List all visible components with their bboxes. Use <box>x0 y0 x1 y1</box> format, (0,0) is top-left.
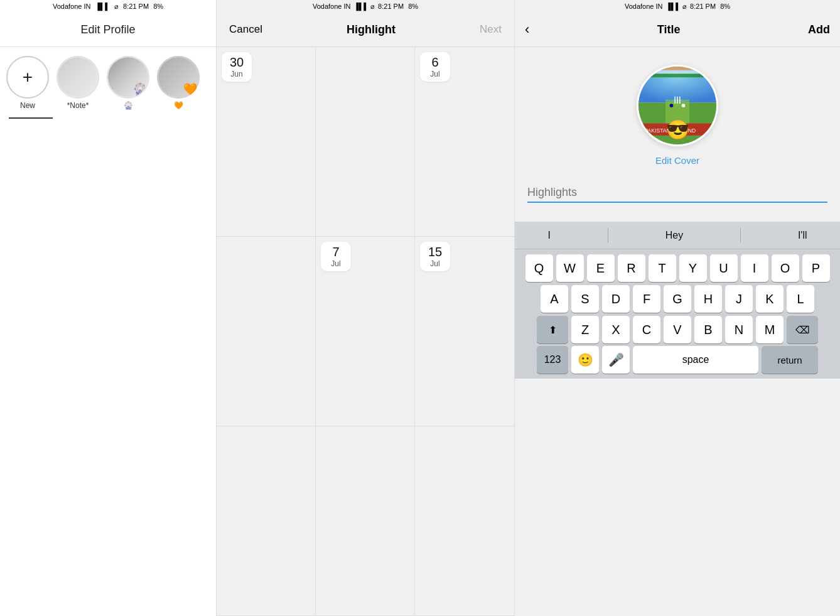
highlight-title: Highlight <box>347 23 396 36</box>
story-circle-note[interactable] <box>57 56 99 99</box>
battery-mid: 8% <box>408 3 418 10</box>
date-badge-jul15[interactable]: 15 Jul <box>420 242 450 271</box>
date-month-jul6: Jul <box>430 70 439 78</box>
cal-cell-2-1 <box>316 426 415 616</box>
key-h[interactable]: H <box>694 285 722 313</box>
key-s[interactable]: S <box>571 285 599 313</box>
key-f[interactable]: F <box>633 285 660 313</box>
add-button[interactable]: Add <box>808 23 830 36</box>
cal-cell-0-1 <box>316 47 415 237</box>
svg-rect-6 <box>638 67 716 70</box>
cover-section: PAKISTAN IND 😎 Edit Cover <box>515 47 840 175</box>
story-label-note: *Note* <box>67 101 89 110</box>
key-o[interactable]: O <box>772 254 799 282</box>
key-k[interactable]: K <box>756 285 783 313</box>
key-m[interactable]: M <box>756 316 783 343</box>
suggestion-sep-1 <box>608 228 608 243</box>
key-t[interactable]: T <box>649 254 676 282</box>
story-item-new[interactable]: + New <box>5 56 50 110</box>
suggestion-hey[interactable]: Hey <box>657 230 692 241</box>
key-space[interactable]: space <box>633 346 758 374</box>
key-r[interactable]: R <box>618 254 645 282</box>
date-badge-jun30[interactable]: 30 Jun <box>222 52 252 82</box>
key-shift[interactable]: ⬆ <box>537 316 568 343</box>
wifi-icon: ⌀ <box>114 3 119 11</box>
key-row-1: Q W E R T Y U I O P <box>517 254 837 282</box>
cover-circle[interactable]: PAKISTAN IND 😎 <box>637 65 718 146</box>
cal-cell-1-2[interactable]: 15 Jul <box>415 237 514 426</box>
svg-rect-7 <box>638 70 716 74</box>
highlights-input[interactable] <box>527 186 827 199</box>
key-u[interactable]: U <box>710 254 738 282</box>
key-a[interactable]: A <box>541 285 568 313</box>
time-right: 8:21 PM <box>690 3 716 10</box>
keyboard-area: I Hey I'll Q W E R T Y U I O P A <box>515 222 840 379</box>
key-b[interactable]: B <box>694 316 722 343</box>
highlight-header: Cancel Highlight Next <box>217 13 514 47</box>
svg-point-9 <box>670 104 674 107</box>
key-d[interactable]: D <box>602 285 630 313</box>
cal-cell-1-1[interactable]: 7 Jul <box>316 237 415 426</box>
key-p[interactable]: P <box>802 254 830 282</box>
key-emoji[interactable]: 🙂 <box>571 346 599 374</box>
cal-cell-0-0[interactable]: 30 Jun <box>217 47 316 237</box>
key-row-2: A S D F G H J K L <box>517 285 837 313</box>
key-j[interactable]: J <box>725 285 753 313</box>
key-n[interactable]: N <box>725 316 753 343</box>
story-circle-emoji1[interactable]: 🎡 <box>107 56 149 99</box>
key-i[interactable]: I <box>741 254 768 282</box>
carrier-right: Vodafone IN <box>625 3 663 10</box>
back-button[interactable]: ‹ <box>525 21 529 38</box>
edit-cover-button[interactable]: Edit Cover <box>655 155 699 166</box>
plus-icon: + <box>23 67 33 87</box>
story-item-emoji1[interactable]: 🎡 🎡 <box>105 56 151 110</box>
statusbar-left: Vodafone IN ▐▌▌ ⌀ 8:21 PM 8% <box>0 0 216 13</box>
key-q[interactable]: Q <box>525 254 553 282</box>
key-g[interactable]: G <box>664 285 691 313</box>
story-label-heart: 🧡 <box>174 101 183 110</box>
suggestion-sep-2 <box>740 228 741 243</box>
key-e[interactable]: E <box>587 254 615 282</box>
key-backspace[interactable]: ⌫ <box>787 316 818 343</box>
statusbar-right: Vodafone IN ▐▌▌ ⌀ 8:21 PM 8% <box>515 0 840 13</box>
suggestion-ill[interactable]: I'll <box>789 230 816 241</box>
suggestion-i[interactable]: I <box>539 230 559 241</box>
next-button[interactable]: Next <box>480 23 502 36</box>
key-c[interactable]: C <box>633 316 660 343</box>
key-return[interactable]: return <box>762 346 818 374</box>
cal-cell-0-2[interactable]: 6 Jul <box>415 47 514 237</box>
key-y[interactable]: Y <box>679 254 707 282</box>
key-z[interactable]: Z <box>571 316 599 343</box>
cancel-button[interactable]: Cancel <box>229 23 262 36</box>
key-l[interactable]: L <box>787 285 814 313</box>
key-x[interactable]: X <box>602 316 630 343</box>
key-v[interactable]: V <box>664 316 691 343</box>
emoji-overlay-1: 🎡 <box>133 82 147 96</box>
keyboard-rows: Q W E R T Y U I O P A S D F G H J K <box>515 249 840 346</box>
svg-rect-8 <box>638 73 716 77</box>
highlights-input-area[interactable] <box>527 186 827 203</box>
calendar-grid: 30 Jun 6 Jul 7 Jul 15 Jul <box>217 47 514 616</box>
story-img-note <box>58 57 98 97</box>
date-badge-jul7[interactable]: 7 Jul <box>321 242 351 271</box>
cal-cell-2-2 <box>415 426 514 616</box>
date-month-jun30: Jun <box>230 70 242 78</box>
date-num-jul6: 6 <box>431 55 438 70</box>
panel-highlight: Vodafone IN ▐▌▌ ⌀ 8:21 PM 8% Cancel High… <box>217 0 515 616</box>
story-item-note[interactable]: *Note* <box>55 56 100 110</box>
keyboard-suggestions: I Hey I'll <box>515 222 840 249</box>
keyboard-bottom-row: 123 🙂 🎤 space return <box>515 346 840 379</box>
story-circle-heart[interactable]: 🧡 <box>157 56 200 99</box>
date-badge-jul6[interactable]: 6 Jul <box>420 52 450 82</box>
story-circle-new[interactable]: + <box>6 56 49 99</box>
key-row-3: ⬆ Z X C V B N M ⌫ <box>517 316 837 343</box>
key-123[interactable]: 123 <box>537 346 568 374</box>
date-num-jul7: 7 <box>332 245 339 259</box>
panel-title: Vodafone IN ▐▌▌ ⌀ 8:21 PM 8% ‹ Title Add <box>515 0 840 616</box>
date-num-jul15: 15 <box>428 245 442 259</box>
battery-right: 8% <box>720 3 730 10</box>
story-label-new: New <box>20 101 35 110</box>
key-w[interactable]: W <box>556 254 584 282</box>
key-mic[interactable]: 🎤 <box>602 346 630 374</box>
story-item-heart[interactable]: 🧡 🧡 <box>156 56 201 110</box>
